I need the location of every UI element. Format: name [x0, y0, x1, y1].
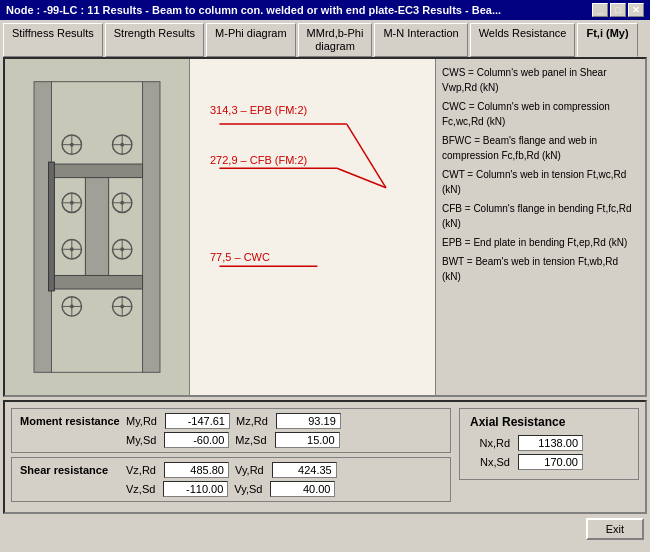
right-panel: CWS = Column's web panel in Shear Vwp,Rd… [435, 59, 645, 395]
vz-rd-label: Vz,Rd [126, 464, 158, 476]
bottom-rows: Moment resistance My,Rd -147.61 Mz,Rd 93… [11, 408, 639, 506]
bottom-section: Moment resistance My,Rd -147.61 Mz,Rd 93… [3, 400, 647, 514]
vy-rd-label: Vy,Rd [235, 464, 266, 476]
my-rd-value: -147.61 [165, 413, 230, 429]
nx-rd-value: 1138.00 [518, 435, 583, 451]
axial-title: Axial Resistance [470, 415, 628, 429]
my-sd-label: My,Sd [126, 434, 158, 446]
bolt-ml2 [62, 240, 81, 259]
legend-item-6: BWT = Beam's web in tension Ft,wb,Rd (kN… [442, 254, 639, 284]
bolt-mr1 [113, 193, 132, 212]
my-sd-value: -60.00 [164, 432, 229, 448]
bolt-bl [62, 297, 81, 316]
svg-rect-1 [143, 82, 160, 373]
tab-mmrd-phi[interactable]: MMrd,b-Phi diagram [298, 23, 373, 57]
cwc-label: 77,5 – CWC [210, 251, 270, 263]
axial-nx-sd-row: Nx,Sd 170.00 [470, 454, 628, 470]
legend-item-2: BFWC = Beam's flange and web in compress… [442, 133, 639, 163]
legend-item-1: CWC = Column's web in compression Fc,wc,… [442, 99, 639, 129]
bolt-br [113, 297, 132, 316]
nx-sd-label: Nx,Sd [470, 456, 512, 468]
legend-item-0: CWS = Column's web panel in Shear Vwp,Rd… [442, 65, 639, 95]
beam-column-diagram [17, 72, 177, 382]
exit-button[interactable]: Exit [586, 518, 644, 540]
minimize-button[interactable]: _ [592, 3, 608, 17]
bolt-tl [62, 135, 81, 154]
vz-sd-value: -110.00 [163, 481, 228, 497]
mz-sd-label: Mz,Sd [235, 434, 268, 446]
moment-resistance-section: Moment resistance My,Rd -147.61 Mz,Rd 93… [11, 408, 451, 453]
svg-point-10 [70, 143, 74, 147]
nx-sd-value: 170.00 [518, 454, 583, 470]
nx-rd-label: Nx,Rd [470, 437, 512, 449]
bolt-ml1 [62, 193, 81, 212]
shear-resistance-section: Shear resistance Vz,Rd 485.80 Vy,Rd 424.… [11, 457, 451, 502]
legend-item-5: EPB = End plate in bending Ft,ep,Rd (kN) [442, 235, 639, 250]
mz-rd-value: 93.19 [276, 413, 341, 429]
vy-sd-label: Vy,Sd [234, 483, 264, 495]
left-panel [5, 59, 190, 395]
maximize-button[interactable]: □ [610, 3, 626, 17]
svg-point-30 [120, 248, 124, 252]
tab-mphi[interactable]: M-Phi diagram [206, 23, 296, 57]
title-bar: Node : -99-LC : 11 Results - Beam to col… [0, 0, 650, 20]
svg-rect-4 [51, 276, 142, 290]
moment-resistance-label: Moment resistance [20, 415, 120, 427]
tab-mn-interaction[interactable]: M-N Interaction [374, 23, 467, 57]
epb-label: 314,3 – EPB (FM:2) [210, 104, 307, 116]
axial-nx-rd-row: Nx,Rd 1138.00 [470, 435, 628, 451]
svg-rect-3 [51, 164, 142, 178]
center-panel: 314,3 – EPB (FM:2) 272,9 – CFB (FM:2) 77… [190, 59, 435, 395]
svg-line-40 [347, 124, 386, 188]
legend-item-3: CWT = Column's web in tension Ft,wc,Rd (… [442, 167, 639, 197]
bolt-mr2 [113, 240, 132, 259]
exit-row: Exit [0, 514, 650, 544]
vz-rd-value: 485.80 [164, 462, 229, 478]
vy-rd-value: 424.35 [272, 462, 337, 478]
my-rd-label: My,Rd [126, 415, 159, 427]
svg-point-38 [120, 305, 124, 309]
mz-sd-value: 15.00 [275, 432, 340, 448]
tab-welds[interactable]: Welds Resistance [470, 23, 576, 57]
cfb-label: 272,9 – CFB (FM:2) [210, 154, 307, 166]
svg-point-14 [120, 143, 124, 147]
svg-rect-6 [49, 162, 55, 291]
mz-rd-label: Mz,Rd [236, 415, 270, 427]
tab-fti[interactable]: Ft,i (My) [577, 23, 637, 57]
vy-sd-value: 40.00 [270, 481, 335, 497]
window-title: Node : -99-LC : 11 Results - Beam to col… [6, 4, 501, 16]
shear-resistance-label: Shear resistance [20, 464, 120, 476]
vz-sd-label: Vz,Sd [126, 483, 157, 495]
svg-point-26 [70, 248, 74, 252]
svg-point-34 [70, 305, 74, 309]
tab-stiffness[interactable]: Stiffness Results [3, 23, 103, 57]
svg-point-22 [120, 201, 124, 205]
tab-strength[interactable]: Strength Results [105, 23, 204, 57]
tabs-row: Stiffness Results Strength Results M-Phi… [0, 20, 650, 57]
axial-resistance-section: Axial Resistance Nx,Rd 1138.00 Nx,Sd 170… [459, 408, 639, 480]
legend-item-4: CFB = Column's flange in bending Ft,fc,R… [442, 201, 639, 231]
left-bottom: Moment resistance My,Rd -147.61 Mz,Rd 93… [11, 408, 451, 506]
main-content: 314,3 – EPB (FM:2) 272,9 – CFB (FM:2) 77… [3, 57, 647, 397]
svg-point-18 [70, 201, 74, 205]
svg-rect-5 [85, 178, 108, 276]
bolt-tr [113, 135, 132, 154]
close-button[interactable]: ✕ [628, 3, 644, 17]
svg-line-42 [337, 169, 386, 189]
